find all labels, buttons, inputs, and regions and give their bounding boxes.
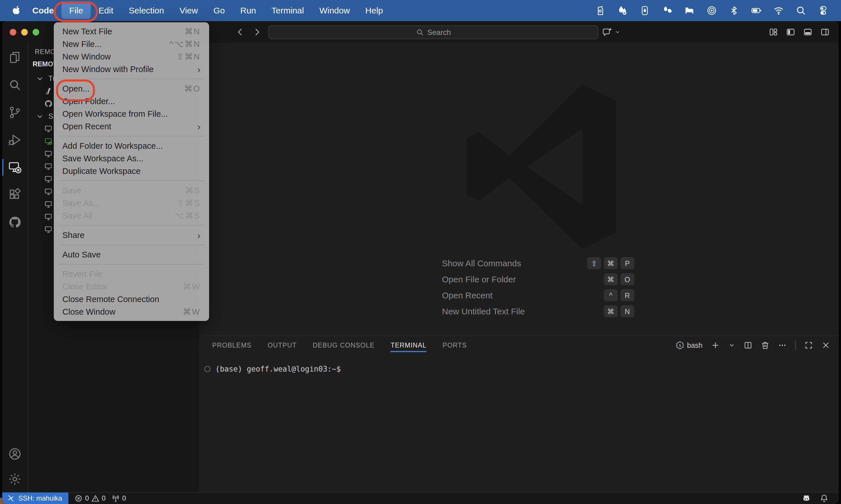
panel-tab[interactable]: TERMINAL bbox=[391, 336, 427, 355]
terminal-shell-icon bbox=[676, 341, 684, 349]
menu-item-label: Close Window bbox=[62, 307, 115, 317]
timer-app-icon[interactable] bbox=[640, 5, 650, 16]
screen: Code File Edit Selection View Go Run Ter… bbox=[0, 0, 841, 504]
menu-item[interactable]: Save All ⌥⌘S bbox=[54, 210, 209, 222]
terminal-dropdown-icon[interactable] bbox=[728, 342, 735, 349]
split-terminal-icon[interactable] bbox=[744, 341, 752, 349]
menu-item[interactable]: Open Recent › bbox=[54, 120, 209, 133]
menubar-help[interactable]: Help bbox=[358, 2, 391, 19]
menu-item[interactable]: Open Folder... bbox=[54, 95, 209, 108]
spotlight-search-icon[interactable] bbox=[796, 5, 806, 16]
control-center-icon[interactable] bbox=[818, 5, 828, 16]
menu-item[interactable]: Close Editor ⌘W bbox=[54, 280, 209, 293]
notes-app-icon[interactable] bbox=[662, 5, 672, 16]
remote-explorer-icon[interactable] bbox=[2, 161, 28, 174]
accounts-icon[interactable] bbox=[2, 447, 28, 461]
menubar-selection[interactable]: Selection bbox=[121, 2, 172, 19]
explorer-icon[interactable] bbox=[2, 51, 28, 64]
panel-tab[interactable]: DEBUG CONSOLE bbox=[312, 336, 374, 355]
menu-item[interactable]: Close Window ⌘W bbox=[54, 305, 209, 318]
keyboard-hints: Show All Commands ⇧⌘P Open File or Folde… bbox=[442, 255, 634, 320]
customize-layout-icon[interactable] bbox=[769, 28, 778, 37]
ports-indicator[interactable]: 0 bbox=[112, 494, 126, 502]
hint-label: New Untitled Text File bbox=[442, 307, 525, 317]
kill-terminal-icon[interactable] bbox=[761, 341, 769, 349]
source-control-icon[interactable] bbox=[2, 106, 28, 119]
copilot-status-icon[interactable] bbox=[802, 494, 811, 503]
run-debug-icon[interactable] bbox=[2, 133, 28, 146]
more-actions-icon[interactable] bbox=[778, 341, 787, 349]
close-window-button[interactable] bbox=[10, 29, 16, 35]
battery-icon[interactable] bbox=[751, 5, 762, 16]
toggle-primary-sidebar-icon[interactable] bbox=[786, 28, 795, 37]
menu-item[interactable]: Revert File bbox=[54, 268, 209, 280]
menubar-window[interactable]: Window bbox=[311, 2, 358, 19]
wifi-icon[interactable] bbox=[773, 5, 784, 16]
apple-menu-icon[interactable] bbox=[12, 5, 22, 16]
tree-row-icon bbox=[44, 187, 53, 196]
close-panel-icon[interactable] bbox=[822, 341, 830, 349]
camera-app-icon[interactable] bbox=[595, 5, 605, 16]
menu-item-shortcut: ⇧⌘S bbox=[177, 198, 200, 208]
menu-item-label: Save bbox=[62, 186, 81, 195]
menu-item[interactable]: Save Workspace As... bbox=[54, 152, 209, 165]
remote-indicator[interactable]: SSH: mahuika bbox=[2, 492, 68, 504]
menu-item[interactable]: New File... ^⌥⌘N bbox=[54, 38, 209, 50]
menubar-view[interactable]: View bbox=[172, 2, 205, 19]
menu-item[interactable]: New Text File ⌘N bbox=[54, 25, 209, 38]
menubar-edit[interactable]: Edit bbox=[91, 2, 121, 19]
extensions-icon[interactable] bbox=[2, 188, 28, 201]
menu-item-label: New Text File bbox=[62, 27, 112, 36]
hotspot-rings-icon[interactable] bbox=[706, 5, 717, 16]
command-decoration-icon bbox=[204, 366, 211, 372]
errors-icon bbox=[75, 494, 83, 502]
menu-item[interactable]: Open Workspace from File... bbox=[54, 108, 209, 120]
notifications-bell-icon[interactable] bbox=[820, 494, 828, 503]
command-center-search[interactable]: Search bbox=[268, 25, 598, 39]
github-icon[interactable] bbox=[2, 216, 28, 229]
problems-indicator[interactable]: 0 0 bbox=[75, 494, 106, 502]
keycap: ⌘ bbox=[604, 273, 618, 286]
panel-tab[interactable]: PROBLEMS bbox=[212, 336, 251, 355]
tree-row-icon bbox=[44, 226, 53, 234]
tree-row-icon bbox=[44, 175, 53, 183]
menu-item[interactable]: Open... ⌘O bbox=[54, 83, 209, 95]
menubar-app-code[interactable]: Code bbox=[24, 2, 61, 19]
forward-arrow-icon[interactable] bbox=[252, 28, 262, 37]
settings-gear-icon[interactable] bbox=[2, 472, 28, 486]
menu-item[interactable]: New Window ⇧⌘N bbox=[54, 50, 209, 63]
sync-app-icon[interactable] bbox=[617, 5, 628, 16]
menubar-terminal[interactable]: Terminal bbox=[264, 2, 311, 19]
menu-item[interactable]: Auto Save bbox=[54, 248, 209, 261]
menu-item[interactable]: Duplicate Workspace bbox=[54, 165, 209, 177]
menu-item[interactable]: New Window with Profile › bbox=[54, 63, 209, 75]
toggle-panel-icon[interactable] bbox=[803, 28, 812, 37]
hint-row: Open Recent ^R bbox=[442, 287, 634, 304]
menubar-go[interactable]: Go bbox=[206, 2, 233, 19]
copilot-chat-button[interactable] bbox=[603, 21, 621, 43]
bluetooth-icon[interactable] bbox=[729, 5, 739, 16]
menu-item[interactable]: Close Remote Connection bbox=[54, 293, 209, 305]
hint-keys: ⇧⌘P bbox=[587, 257, 634, 270]
panel-tab[interactable]: OUTPUT bbox=[267, 336, 297, 355]
amphetamine-bed-icon[interactable] bbox=[684, 5, 695, 16]
zoom-window-button[interactable] bbox=[33, 29, 39, 35]
menu-item-label: Save All bbox=[62, 211, 92, 220]
new-terminal-icon[interactable] bbox=[711, 341, 720, 349]
menu-item[interactable]: Add Folder to Workspace... bbox=[54, 140, 209, 152]
toggle-secondary-sidebar-icon[interactable] bbox=[820, 28, 829, 37]
terminal-prompt-line[interactable]: (base) geoff.weal@login03:~$ bbox=[204, 365, 341, 373]
menubar-file[interactable]: File bbox=[61, 2, 91, 19]
menu-item[interactable]: Save As... ⇧⌘S bbox=[54, 197, 209, 210]
shell-selector[interactable]: bash bbox=[676, 341, 702, 349]
back-arrow-icon[interactable] bbox=[236, 28, 245, 37]
minimize-window-button[interactable] bbox=[21, 29, 28, 35]
menu-item[interactable]: Share › bbox=[54, 229, 209, 241]
maximize-panel-icon[interactable] bbox=[804, 341, 813, 349]
search-icon[interactable] bbox=[2, 78, 28, 92]
panel-tab[interactable]: PORTS bbox=[443, 336, 467, 355]
history-nav bbox=[236, 21, 262, 43]
menu-item[interactable]: Save ⌘S bbox=[54, 184, 209, 197]
menubar-run[interactable]: Run bbox=[233, 2, 264, 19]
remote-label: SSH: mahuika bbox=[18, 494, 62, 502]
